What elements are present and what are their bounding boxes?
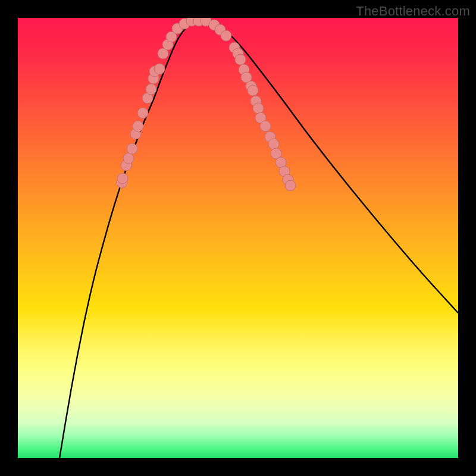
data-dots-group [117, 18, 296, 191]
bottleneck-curve [60, 20, 458, 458]
data-dot [127, 143, 137, 154]
data-dot [133, 121, 143, 131]
data-dot [123, 153, 134, 164]
watermark-text: TheBottleneck.com [356, 4, 470, 19]
chart-frame [18, 18, 458, 458]
data-dot [248, 85, 258, 96]
chart-svg [18, 18, 458, 458]
data-dot [146, 84, 156, 95]
data-dot [154, 64, 165, 74]
data-dot [235, 54, 246, 65]
data-dot [137, 108, 148, 118]
data-dot [221, 30, 231, 41]
data-dot [285, 180, 296, 191]
data-dot [117, 173, 128, 184]
data-dot [268, 139, 279, 149]
data-dot [260, 121, 271, 131]
data-dot [253, 103, 264, 114]
